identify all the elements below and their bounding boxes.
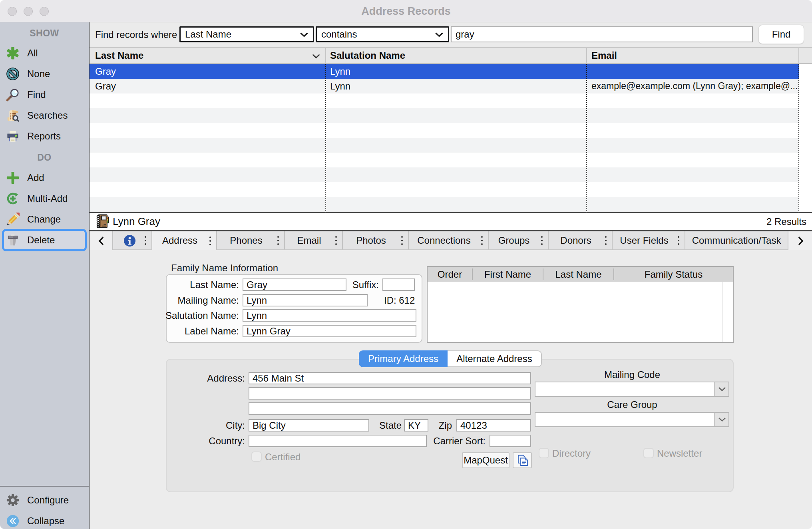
column-divider[interactable] — [586, 48, 587, 63]
directory-checkbox[interactable] — [539, 448, 549, 458]
table-row[interactable]: Gray Lynn example@example.com (Lynn Gray… — [90, 79, 799, 93]
tab-alternate-address[interactable]: Alternate Address — [448, 350, 542, 367]
table-row-empty[interactable] — [90, 123, 799, 138]
tab-record-info[interactable] — [113, 231, 152, 250]
suffix-input[interactable] — [382, 278, 415, 291]
scrollbar-track[interactable] — [722, 282, 723, 342]
carrier-sort-input[interactable] — [490, 435, 531, 447]
sidebar-section-do: DO — [0, 151, 89, 163]
table-row-empty[interactable] — [90, 108, 799, 123]
column-header-salutation-name[interactable]: Salutation Name — [330, 48, 405, 63]
tab-user-fields[interactable]: User Fields — [613, 231, 685, 250]
tab-photos[interactable]: Photos — [343, 231, 409, 250]
label-name-input[interactable] — [243, 325, 416, 337]
copy-address-button[interactable] — [513, 452, 532, 468]
label-name-label: Label Name: — [141, 325, 239, 337]
tab-menu-dots[interactable] — [145, 240, 147, 242]
column-header-order[interactable]: Order — [428, 267, 472, 282]
mailing-name-input[interactable] — [243, 294, 368, 306]
column-divider[interactable] — [325, 48, 326, 63]
tab-scroll-left[interactable] — [90, 231, 113, 250]
column-header-last-name[interactable]: Last Name — [95, 48, 143, 63]
sidebar-item-collapse[interactable]: Collapse — [0, 511, 89, 529]
table-row-empty[interactable] — [90, 182, 799, 197]
chevron-down-icon — [435, 32, 444, 37]
sidebar-item-delete[interactable]: Delete — [0, 230, 89, 251]
table-row-empty[interactable] — [90, 138, 799, 153]
tab-menu-dots[interactable] — [605, 240, 607, 242]
tab-menu-dots[interactable] — [335, 240, 337, 242]
table-row-empty[interactable] — [90, 167, 799, 182]
tab-connections[interactable]: Connections — [409, 231, 489, 250]
sidebar-item-find[interactable]: Find — [0, 84, 89, 105]
sidebar-item-searches[interactable]: Searches — [0, 105, 89, 126]
sidebar-item-all[interactable]: All — [0, 43, 89, 64]
care-group-select[interactable] — [535, 412, 729, 427]
chevron-down-icon — [300, 32, 308, 37]
operator-select[interactable]: contains — [316, 26, 449, 42]
newsletter-label: Newsletter — [657, 448, 702, 459]
city-input[interactable] — [249, 419, 369, 432]
chevron-down-icon — [714, 382, 728, 396]
zip-label: Zip — [412, 419, 452, 432]
tab-menu-dots[interactable] — [541, 240, 543, 242]
address-line1-input[interactable] — [249, 372, 531, 384]
tab-menu-dots[interactable] — [401, 240, 403, 242]
table-row-empty[interactable] — [90, 153, 799, 167]
column-header-last-name[interactable]: Last Name — [543, 267, 613, 282]
mailing-code-label: Mailing Code — [572, 369, 692, 380]
sidebar-item-change[interactable]: Change — [0, 209, 89, 230]
column-header-family-status[interactable]: Family Status — [614, 267, 733, 282]
sidebar-item-configure[interactable]: Configure — [0, 490, 89, 511]
sidebar-item-add[interactable]: Add — [0, 167, 89, 188]
table-row-empty[interactable] — [90, 93, 799, 108]
tab-primary-address[interactable]: Primary Address — [359, 350, 448, 367]
sidebar-item-reports[interactable]: Reports — [0, 126, 89, 147]
search-query-input[interactable] — [451, 26, 753, 42]
table-row-empty[interactable] — [90, 197, 799, 212]
address-line2-input[interactable] — [249, 387, 531, 400]
sidebar-item-multi-add[interactable]: Multi-Add — [0, 188, 89, 209]
tab-menu-dots[interactable] — [277, 240, 279, 242]
field-select[interactable]: Last Name — [179, 26, 314, 42]
sidebar-item-none[interactable]: None — [0, 64, 89, 84]
salutation-name-input[interactable] — [243, 309, 416, 322]
family-members-table: Order First Name Last Name Family Status — [427, 266, 734, 343]
column-header-first-name[interactable]: First Name — [473, 267, 543, 282]
tab-menu-dots[interactable] — [209, 240, 211, 242]
carrier-sort-label: Carrier Sort: — [398, 435, 486, 447]
address-line3-input[interactable] — [249, 402, 531, 415]
tab-donors[interactable]: Donors — [549, 231, 613, 250]
zip-input[interactable] — [456, 419, 531, 432]
care-group-label: Care Group — [572, 399, 692, 410]
find-button[interactable]: Find — [758, 25, 804, 44]
tab-menu-dots[interactable] — [481, 240, 483, 242]
certified-checkbox[interactable] — [251, 451, 262, 462]
column-divider[interactable] — [798, 48, 799, 63]
results-table-body: Gray Lynn Gray Lynn example@example.com … — [90, 64, 812, 212]
gear-icon — [6, 493, 20, 507]
tab-email[interactable]: Email — [285, 231, 343, 250]
tab-phones[interactable]: Phones — [217, 231, 285, 250]
table-row-selected[interactable]: Gray Lynn — [90, 64, 799, 79]
tab-groups[interactable]: Groups — [489, 231, 549, 250]
mapquest-button[interactable]: MapQuest — [462, 452, 509, 468]
country-label: Country: — [157, 435, 245, 447]
column-divider-dotted — [325, 64, 326, 212]
tab-communication-task[interactable]: Communication/Task — [685, 231, 788, 250]
tab-scroll-right[interactable] — [788, 231, 812, 250]
results-count: 2 Results — [766, 213, 806, 230]
city-label: City: — [157, 419, 245, 432]
copy-icon — [516, 454, 529, 468]
mailing-code-select[interactable] — [535, 382, 729, 397]
column-header-email[interactable]: Email — [591, 48, 617, 63]
search-list-icon — [6, 109, 20, 122]
magnifier-icon — [6, 88, 20, 101]
address-book-icon — [95, 214, 109, 231]
sidebar-footer-divider — [0, 486, 89, 487]
last-name-input[interactable] — [243, 278, 346, 291]
newsletter-checkbox[interactable] — [643, 448, 654, 458]
tab-address[interactable]: Address — [152, 231, 217, 250]
certified-label: Certified — [265, 451, 301, 463]
tab-menu-dots[interactable] — [678, 240, 680, 242]
